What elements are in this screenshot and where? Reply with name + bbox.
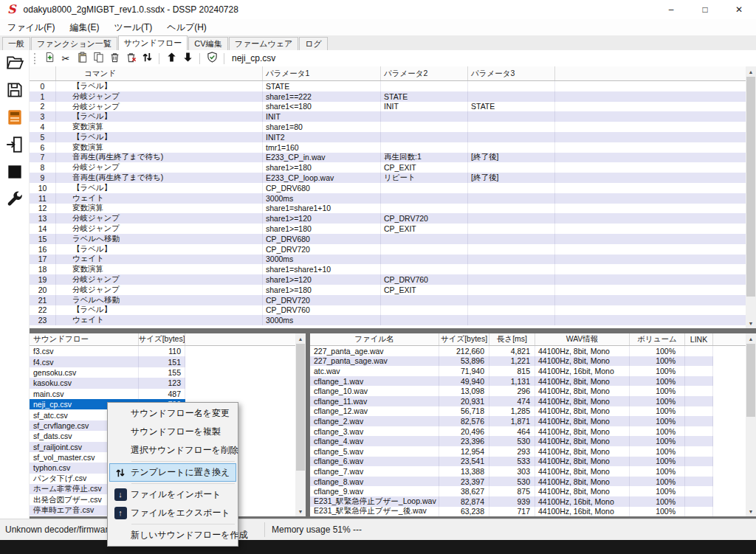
wav-file-row[interactable]: E231_駅緊急停止ブザー_Loop.wav82,87493944100Hz, … (310, 496, 746, 507)
command-row[interactable]: 11ウェイト3000ms (30, 193, 746, 204)
scroll-track[interactable] (295, 344, 306, 506)
soundflow-row[interactable]: gensoku.csv155 (30, 367, 295, 378)
validate-button[interactable] (204, 51, 220, 66)
stop-button[interactable] (3, 162, 27, 185)
soundflow-row[interactable]: kasoku.csv123 (30, 378, 295, 388)
move-up-button[interactable] (163, 51, 179, 66)
wav-file-row[interactable]: cflange_9.wav38,62787544100Hz, 8bit, Mon… (310, 486, 746, 496)
wav-file-row[interactable]: cflange_1.wav49,9401,13144100Hz, 8bit, M… (310, 376, 746, 387)
command-row[interactable]: 0【ラベル】STATE (30, 81, 746, 91)
menu-item-import-file[interactable]: ↓ ファイルをインポート (109, 485, 236, 504)
command-row[interactable]: 22【ラベル】CP_DRV760 (30, 305, 746, 316)
command-row[interactable]: 8分岐ジャンプshare1>=180CP_EXIT (30, 162, 746, 173)
scroll-down-icon[interactable]: ▼ (295, 506, 306, 516)
tab-log[interactable]: ログ (299, 37, 328, 50)
tools-button[interactable] (3, 189, 27, 212)
command-row[interactable]: 9音再生(再生終了まで待ち)E233_CP_loop.wavリピート[終了後] (30, 173, 746, 183)
wav-file-row[interactable]: cflange_8.wav23,39753044100Hz, 8bit, Mon… (310, 477, 746, 487)
command-row[interactable]: 13分岐ジャンプshare1>=120CP_DRV720 (30, 213, 746, 224)
wav-file-row[interactable]: cflange_7.wav13,38830344100Hz, 8bit, Mon… (310, 466, 746, 477)
maximize-button[interactable]: □ (688, 0, 722, 19)
wav-file-scrollbar[interactable]: ▲ ▼ (746, 333, 756, 516)
delete-button[interactable] (106, 51, 123, 66)
wav-file-row[interactable]: cflange_6.wav23,54153344100Hz, 8bit, Mon… (310, 457, 746, 467)
wav-file-row[interactable]: cflange_11.wav20,93147444100Hz, 8bit, Mo… (310, 396, 746, 406)
command-row[interactable]: 19分岐ジャンプshare1>=120CP_DRV760 (30, 274, 746, 285)
tab-function-list[interactable]: ファンクション一覧 (31, 37, 117, 50)
column-header-link[interactable]: LINK (685, 333, 713, 345)
move-down-button[interactable] (179, 51, 196, 66)
minimize-button[interactable]: – (654, 0, 688, 19)
tab-cv-edit[interactable]: CV編集 (188, 37, 227, 50)
column-header-volume[interactable]: ボリューム (630, 333, 685, 345)
cut-button[interactable]: ✂ (58, 51, 74, 66)
column-header-filesize[interactable]: サイズ[bytes] (439, 333, 489, 345)
column-header-size[interactable]: サイズ[bytes] (139, 333, 185, 345)
scroll-down-icon[interactable]: ▼ (746, 506, 756, 516)
save-button[interactable] (3, 80, 27, 103)
wav-file-row[interactable]: cflange_12.wav56,7181,28544100Hz, 8bit, … (310, 406, 746, 417)
column-header-param1[interactable]: パラメータ1 (263, 66, 381, 80)
command-row[interactable]: 18変数演算share1=share1+10 (30, 264, 746, 274)
wav-file-row[interactable]: cflange_5.wav12,95429344100Hz, 8bit, Mon… (310, 446, 746, 457)
wav-file-row[interactable]: 227_panta_sage.wav53,8961,22144100Hz, 8b… (310, 356, 746, 367)
menu-item-delete-soundflow[interactable]: 選択サウンドフローを削除 (109, 441, 236, 460)
device-write-button[interactable] (3, 134, 27, 158)
scroll-track[interactable] (746, 77, 756, 318)
reorder-button[interactable] (139, 51, 155, 66)
scroll-track[interactable] (746, 344, 756, 506)
command-row[interactable]: 20分岐ジャンプshare1>=180CP_EXIT (30, 285, 746, 295)
command-row[interactable]: 12変数演算share1=share1+10 (30, 204, 746, 214)
command-row[interactable]: 7音再生(再生終了まで待ち)E233_CP_in.wav再生回数:1[終了後] (30, 153, 746, 163)
scroll-up-icon[interactable]: ▲ (295, 333, 306, 344)
open-file-button[interactable] (3, 52, 27, 76)
scroll-thumb[interactable] (746, 344, 755, 417)
add-row-button[interactable] (41, 51, 58, 66)
soundflow-row[interactable]: f4.csv151 (30, 356, 295, 367)
command-row[interactable]: 4変数演算share1=80 (30, 122, 746, 132)
command-row[interactable]: 3【ラベル】INIT (30, 111, 746, 122)
wav-file-row[interactable]: cflange_10.wav13,09829644100Hz, 8bit, Mo… (310, 386, 746, 396)
toolbar-grip[interactable] (34, 53, 38, 64)
scroll-up-icon[interactable]: ▲ (746, 333, 756, 344)
wav-file-row[interactable]: cflange_3.wav20,49646444100Hz, 8bit, Mon… (310, 426, 746, 437)
scroll-down-icon[interactable]: ▼ (746, 318, 756, 328)
wav-file-row[interactable]: atc.wav71,94081544100Hz, 16bit, Mono100% (310, 366, 746, 376)
column-header-param2[interactable]: パラメータ2 (381, 66, 468, 80)
clear-button[interactable] (123, 51, 139, 66)
menu-item-create-soundflow[interactable]: 新しいサウンドフローを作成 (109, 526, 236, 544)
menu-tools[interactable]: ツール(T) (106, 19, 159, 35)
menu-edit[interactable]: 編集(E) (62, 19, 106, 35)
command-row[interactable]: 21ラベルへ移動CP_DRV720 (30, 295, 746, 305)
scroll-thumb[interactable] (296, 344, 305, 471)
menu-item-replace-with-template[interactable]: テンプレートに置き換え (109, 463, 236, 482)
command-row[interactable]: 1分岐ジャンプshare1==222STATE (30, 91, 746, 102)
command-row[interactable]: 2分岐ジャンプshare1<=180INITSTATE (30, 102, 746, 112)
command-row[interactable]: 16【ラベル】CP_DRV720 (30, 244, 746, 255)
menu-item-export-file[interactable]: ↑ ファイルをエクスポート (109, 504, 236, 522)
tab-general[interactable]: 一般 (2, 37, 30, 50)
menu-file[interactable]: ファイル(F) (0, 19, 62, 35)
wav-file-row[interactable]: 227_panta_age.wav212,6604,82144100Hz, 8b… (310, 346, 746, 356)
tab-soundflow[interactable]: サウンドフロー (118, 35, 188, 50)
soundflow-row[interactable]: main.csv487 (30, 389, 295, 399)
command-table-scrollbar[interactable]: ▲ ▼ (746, 66, 756, 328)
firmware-write-button[interactable] (3, 107, 27, 131)
soundflow-scrollbar[interactable]: ▲ ▼ (295, 333, 306, 516)
copy-button[interactable] (90, 51, 106, 66)
column-header-length[interactable]: 長さ[ms] (489, 333, 535, 345)
column-header-filename[interactable]: ファイル名 (310, 333, 439, 345)
menu-item-duplicate-soundflow[interactable]: サウンドフローを複製 (109, 423, 236, 441)
wav-file-row[interactable]: E231_駅緊急停止ブザー_後.wav63,23871744100Hz, 16b… (310, 507, 746, 517)
tab-firmware[interactable]: ファームウェア (229, 37, 299, 50)
command-row[interactable]: 15ラベルへ移動CP_DRV680 (30, 234, 746, 244)
scroll-up-icon[interactable]: ▲ (746, 66, 756, 77)
command-row[interactable]: 6変数演算tmr1=160 (30, 142, 746, 153)
scroll-thumb[interactable] (746, 77, 755, 297)
close-button[interactable]: ✕ (722, 0, 756, 19)
command-row[interactable]: 23ウェイト3000ms (30, 315, 746, 325)
soundflow-row[interactable]: f3.csv110 (30, 346, 295, 356)
paste-button[interactable] (74, 51, 90, 66)
column-header-command[interactable]: コマンド (56, 66, 263, 80)
column-header-wavinfo[interactable]: WAV情報 (535, 333, 630, 345)
